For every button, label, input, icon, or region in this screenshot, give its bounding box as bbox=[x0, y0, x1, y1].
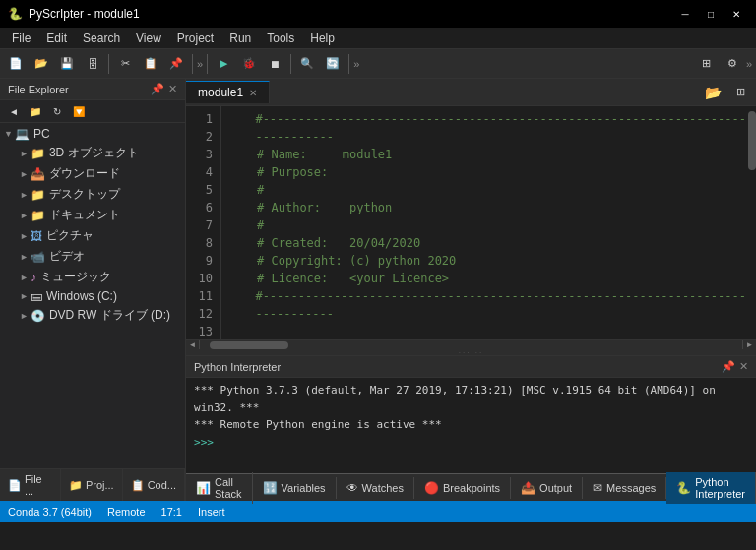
sidebar-refresh-button[interactable]: ↻ bbox=[47, 102, 67, 120]
save-button[interactable]: 💾 bbox=[55, 53, 79, 75]
editor-tab-module1[interactable]: module1 ✕ bbox=[186, 81, 270, 103]
layout-button[interactable]: ⊞ bbox=[695, 53, 719, 75]
tree-item-documents[interactable]: ► 📁 ドキュメント bbox=[0, 205, 185, 225]
menu-edit[interactable]: Edit bbox=[38, 30, 75, 47]
toolbar-sep3 bbox=[207, 54, 208, 74]
status-conda: Conda 3.7 (64bit) bbox=[8, 506, 92, 518]
menu-project[interactable]: Project bbox=[169, 30, 221, 47]
arrow-icon: ► bbox=[20, 190, 29, 200]
breakpoint-dot[interactable] bbox=[229, 185, 239, 195]
sidebar-filter-button[interactable]: 🔽 bbox=[69, 102, 89, 120]
watches-icon: 👁 bbox=[346, 481, 358, 495]
menu-file[interactable]: File bbox=[4, 30, 38, 47]
sidebar-back-button[interactable]: ◄ bbox=[4, 102, 24, 120]
run-button[interactable]: ▶ bbox=[212, 53, 235, 75]
messages-icon: ✉ bbox=[593, 481, 602, 495]
conda-label: Conda 3.7 (64bit) bbox=[8, 506, 92, 518]
breakpoint-dot[interactable] bbox=[229, 123, 239, 133]
breakpoint-dot[interactable] bbox=[229, 150, 239, 159]
close-button[interactable]: ✕ bbox=[724, 5, 748, 23]
scroll-thumb-h[interactable] bbox=[210, 341, 288, 349]
breakpoint-dot[interactable] bbox=[229, 203, 239, 213]
debug-button[interactable]: 🐞 bbox=[237, 53, 261, 75]
tree-item-video[interactable]: ► 📹 ビデオ bbox=[0, 246, 185, 267]
tab-close-button[interactable]: ✕ bbox=[249, 88, 257, 98]
arrow-icon: ► bbox=[20, 273, 29, 282]
tree-item-pc[interactable]: ▼ 💻 PC bbox=[0, 125, 185, 143]
tree-item-dvd[interactable]: ► 💿 DVD RW ドライブ (D:) bbox=[0, 305, 185, 326]
vertical-scrollbar[interactable] bbox=[746, 106, 756, 339]
breakpoint-dot[interactable] bbox=[229, 220, 239, 230]
new-button[interactable]: 📄 bbox=[4, 53, 28, 75]
scroll-right-button[interactable]: ► bbox=[742, 340, 756, 350]
code-text: #---------------------------------------… bbox=[255, 110, 748, 146]
replace-button[interactable]: 🔄 bbox=[321, 53, 345, 75]
console-close-button[interactable]: ✕ bbox=[739, 360, 748, 373]
editor-right-toolbar: 📂 ⊞ bbox=[701, 82, 756, 103]
video-icon: 📹 bbox=[31, 250, 45, 264]
sidebar-tab-project[interactable]: 📁 Proj... bbox=[61, 469, 123, 501]
copy-button[interactable]: 📋 bbox=[139, 53, 162, 75]
breakpoint-dot[interactable] bbox=[229, 327, 239, 336]
sidebar-folder-button[interactable]: 📁 bbox=[26, 102, 45, 120]
cut-button[interactable]: ✂ bbox=[113, 53, 137, 75]
output-icon: 📤 bbox=[521, 481, 536, 495]
status-insert: Insert bbox=[198, 506, 225, 518]
breakpoint-dot[interactable] bbox=[229, 256, 239, 266]
menu-view[interactable]: View bbox=[128, 30, 169, 47]
search-button[interactable]: 🔍 bbox=[295, 53, 319, 75]
insert-label: Insert bbox=[198, 506, 225, 518]
breakpoint-dot[interactable] bbox=[229, 238, 239, 248]
editor-folder-button[interactable]: 📂 bbox=[701, 82, 724, 103]
tree-item-music[interactable]: ► ♪ ミュージック bbox=[0, 267, 185, 287]
sidebar-close-button[interactable]: ✕ bbox=[168, 83, 177, 95]
code-editor[interactable]: 12345 678910 1112131415 16 #------------… bbox=[186, 106, 756, 339]
horizontal-scrollbar[interactable]: ◄ ► bbox=[186, 339, 756, 349]
scroll-left-button[interactable]: ◄ bbox=[186, 340, 200, 350]
sidebar-title: File Explorer bbox=[8, 84, 69, 95]
scroll-track[interactable] bbox=[200, 340, 742, 350]
tree-item-windows[interactable]: ► 🖴 Windows (C:) bbox=[0, 287, 185, 305]
breakpoint-dot[interactable] bbox=[229, 274, 239, 283]
tree-item-desktop[interactable]: ► 📁 デスクトップ bbox=[0, 184, 185, 205]
console-content[interactable]: *** Python 3.7.3 (default, Mar 27 2019, … bbox=[186, 378, 756, 473]
tab-watches[interactable]: 👁 Watches bbox=[337, 477, 414, 499]
tab-python-interpreter[interactable]: 🐍 Python Interpreter bbox=[666, 472, 756, 504]
menu-run[interactable]: Run bbox=[221, 30, 259, 47]
code-line: #---------------------------------------… bbox=[229, 110, 748, 146]
file-explorer-panel: File Explorer 📌 ✕ ◄ 📁 ↻ 🔽 ▼ 💻 PC ► 📁 3D … bbox=[0, 79, 186, 501]
window-controls: ─ □ ✕ bbox=[673, 5, 748, 23]
tree-item-3d[interactable]: ► 📁 3D オブジェクト bbox=[0, 143, 185, 163]
tab-breakpoints[interactable]: 🔴 Breakpoints bbox=[414, 477, 511, 499]
code-content[interactable]: #---------------------------------------… bbox=[221, 106, 756, 339]
tab-output[interactable]: 📤 Output bbox=[511, 477, 583, 499]
stop-button[interactable]: ⏹ bbox=[263, 53, 286, 75]
breakpoint-dot[interactable] bbox=[229, 167, 239, 177]
menu-tools[interactable]: Tools bbox=[259, 30, 302, 47]
tab-messages[interactable]: ✉ Messages bbox=[583, 477, 666, 499]
console-pin-button[interactable]: 📌 bbox=[722, 360, 735, 373]
menu-search[interactable]: Search bbox=[75, 30, 128, 47]
paste-button[interactable]: 📌 bbox=[164, 53, 188, 75]
breakpoint-dot[interactable] bbox=[229, 300, 239, 310]
tab-call-stack[interactable]: 📊 Call Stack bbox=[186, 472, 253, 504]
sidebar-tabs: 📄 File ... 📁 Proj... 📋 Cod... bbox=[0, 468, 185, 501]
tree-item-pictures[interactable]: ► 🖼 ピクチャ bbox=[0, 225, 185, 246]
code-text: #---------------------------------------… bbox=[255, 287, 748, 323]
sidebar-tab-code[interactable]: 📋 Cod... bbox=[123, 469, 185, 501]
tree-item-download[interactable]: ► 📥 ダウンロード bbox=[0, 163, 185, 184]
tab-variables[interactable]: 🔢 Variables bbox=[253, 477, 337, 499]
menu-help[interactable]: Help bbox=[302, 30, 343, 47]
settings-button[interactable]: ⚙ bbox=[721, 53, 744, 75]
save-as-button[interactable]: 🗄 bbox=[81, 53, 104, 75]
code-text: # Purpose: bbox=[257, 163, 328, 181]
open-button[interactable]: 📂 bbox=[30, 53, 53, 75]
scroll-thumb[interactable] bbox=[748, 111, 756, 170]
minimize-button[interactable]: ─ bbox=[673, 5, 697, 23]
sidebar-pin-button[interactable]: 📌 bbox=[151, 83, 164, 95]
maximize-button[interactable]: □ bbox=[699, 5, 723, 23]
call-stack-icon: 📊 bbox=[196, 481, 211, 495]
editor-layout-button[interactable]: ⊞ bbox=[728, 82, 752, 103]
sidebar-tab-file[interactable]: 📄 File ... bbox=[0, 469, 61, 501]
tree-item-label: DVD RW ドライブ (D:) bbox=[49, 307, 170, 324]
